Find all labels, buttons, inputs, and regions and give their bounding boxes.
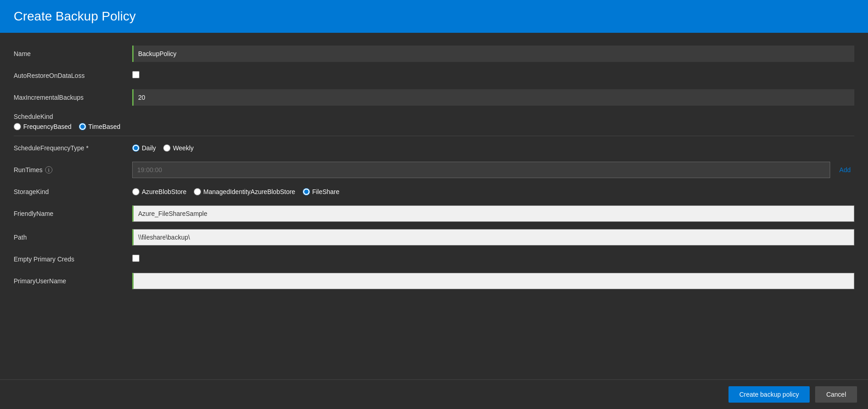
- path-row: Path: [14, 225, 854, 249]
- max-incremental-input[interactable]: [132, 89, 854, 106]
- weekly-label: Weekly: [173, 144, 194, 152]
- schedule-frequency-row: ScheduleFrequencyType * Daily Weekly: [14, 138, 854, 158]
- frequency-based-radio[interactable]: [14, 123, 21, 130]
- time-based-option[interactable]: TimeBased: [79, 123, 120, 130]
- frequency-based-label: FrequencyBased: [23, 123, 72, 130]
- file-share-option[interactable]: FileShare: [303, 188, 340, 195]
- auto-restore-label: AutoRestoreOnDataLoss: [14, 72, 132, 79]
- storage-kind-row: StorageKind AzureBlobStore ManagedIdenti…: [14, 182, 854, 202]
- path-label: Path: [14, 234, 132, 241]
- managed-identity-radio[interactable]: [194, 188, 201, 195]
- auto-restore-row: AutoRestoreOnDataLoss: [14, 66, 854, 86]
- name-label: Name: [14, 50, 132, 57]
- add-runtime-button[interactable]: Add: [836, 164, 854, 175]
- path-control: [132, 229, 854, 245]
- max-incremental-row: MaxIncrementalBackups: [14, 86, 854, 109]
- file-share-radio[interactable]: [303, 188, 310, 195]
- primary-username-label: PrimaryUserName: [14, 277, 132, 285]
- primary-username-control: [132, 273, 854, 289]
- time-based-radio[interactable]: [79, 123, 86, 130]
- name-input[interactable]: [132, 46, 854, 62]
- daily-radio[interactable]: [132, 144, 140, 152]
- storage-kind-control: AzureBlobStore ManagedIdentityAzureBlobS…: [132, 188, 854, 195]
- runtimes-input-row: Add: [132, 162, 854, 178]
- max-incremental-label: MaxIncrementalBackups: [14, 94, 132, 101]
- name-row: Name: [14, 42, 854, 66]
- weekly-option[interactable]: Weekly: [163, 144, 194, 152]
- page-header: Create Backup Policy: [0, 0, 868, 33]
- primary-username-row: PrimaryUserName: [14, 269, 854, 293]
- daily-label: Daily: [142, 144, 156, 152]
- azure-blob-option[interactable]: AzureBlobStore: [132, 188, 186, 195]
- friendly-name-input[interactable]: [132, 205, 854, 222]
- schedule-kind-radio-group: FrequencyBased TimeBased: [14, 123, 854, 130]
- schedule-kind-label: ScheduleKind: [14, 113, 854, 120]
- cancel-button[interactable]: Cancel: [815, 386, 857, 403]
- schedule-frequency-radio-group: Daily Weekly: [132, 144, 854, 152]
- empty-primary-creds-checkbox[interactable]: [132, 255, 140, 262]
- schedule-frequency-label: ScheduleFrequencyType *: [14, 144, 132, 152]
- storage-kind-label: StorageKind: [14, 188, 132, 195]
- empty-primary-creds-control: [132, 255, 854, 264]
- azure-blob-label: AzureBlobStore: [142, 188, 186, 195]
- friendly-name-control: [132, 205, 854, 222]
- schedule-kind-section: ScheduleKind FrequencyBased TimeBased: [14, 109, 854, 134]
- divider-1: [14, 136, 854, 136]
- auto-restore-checkbox[interactable]: [132, 71, 140, 78]
- empty-primary-creds-label: Empty Primary Creds: [14, 256, 132, 263]
- storage-kind-radio-group: AzureBlobStore ManagedIdentityAzureBlobS…: [132, 188, 854, 195]
- weekly-radio[interactable]: [163, 144, 170, 152]
- friendly-name-label: FriendlyName: [14, 210, 132, 217]
- empty-primary-creds-row: Empty Primary Creds: [14, 249, 854, 269]
- runtimes-input[interactable]: [132, 162, 830, 178]
- auto-restore-control: [132, 71, 854, 80]
- azure-blob-radio[interactable]: [132, 188, 140, 195]
- frequency-based-option[interactable]: FrequencyBased: [14, 123, 72, 130]
- runtimes-label: RunTimes ℹ: [14, 166, 132, 174]
- friendly-name-row: FriendlyName: [14, 202, 854, 225]
- runtimes-control: Add: [132, 162, 854, 178]
- managed-identity-label: ManagedIdentityAzureBlobStore: [203, 188, 295, 195]
- footer: Create backup policy Cancel: [0, 379, 868, 409]
- schedule-frequency-control: Daily Weekly: [132, 144, 854, 152]
- time-based-label: TimeBased: [88, 123, 120, 130]
- file-share-label: FileShare: [312, 188, 340, 195]
- managed-identity-option[interactable]: ManagedIdentityAzureBlobStore: [194, 188, 295, 195]
- page-title: Create Backup Policy: [14, 9, 854, 24]
- max-incremental-control: [132, 89, 854, 106]
- primary-username-input[interactable]: [132, 273, 854, 289]
- create-backup-policy-button[interactable]: Create backup policy: [728, 386, 810, 403]
- form-container: Name AutoRestoreOnDataLoss MaxIncrementa…: [0, 33, 868, 379]
- runtimes-row: RunTimes ℹ Add: [14, 158, 854, 182]
- name-control: [132, 46, 854, 62]
- daily-option[interactable]: Daily: [132, 144, 156, 152]
- runtimes-info-icon[interactable]: ℹ: [45, 166, 52, 174]
- path-input[interactable]: [132, 229, 854, 245]
